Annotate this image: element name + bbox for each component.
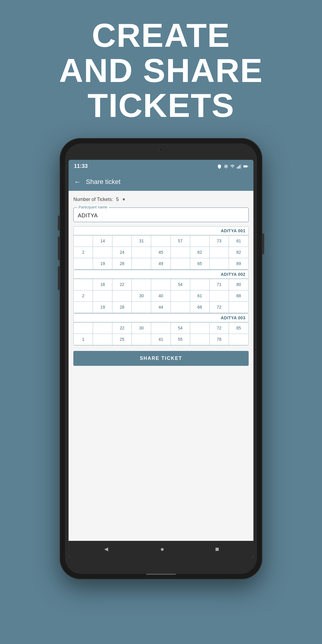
volume-silent-button bbox=[58, 216, 60, 230]
svg-rect-4 bbox=[239, 165, 240, 168]
phone-body: 11:33 ← bbox=[60, 138, 262, 579]
ticket-cell-1-0-6 bbox=[190, 236, 210, 247]
ticket-cell-2-2-1: 19 bbox=[93, 302, 112, 313]
ticket-grid-2: 18225471802304061881928446872 bbox=[74, 279, 248, 313]
volume-up-button bbox=[58, 236, 60, 260]
ticket-cell-3-1-7: 78 bbox=[210, 334, 229, 345]
status-icons bbox=[217, 164, 248, 169]
ticket-header-1: ADITYA 001 bbox=[74, 227, 248, 235]
ticket-cell-1-1-4: 45 bbox=[151, 247, 171, 258]
ticket-cell-1-1-7 bbox=[210, 247, 229, 258]
ticket-cell-1-2-4: 49 bbox=[151, 258, 171, 270]
ticket-cell-2-0-3 bbox=[132, 279, 151, 290]
ticket-count-value: 5 bbox=[116, 197, 119, 202]
ticket-cell-2-1-2 bbox=[112, 290, 132, 302]
dropdown-arrow-icon[interactable]: ▼ bbox=[122, 197, 126, 202]
ticket-cell-3-0-5: 54 bbox=[171, 323, 190, 334]
ticket-cell-2-1-1 bbox=[93, 290, 112, 302]
ticket-cell-2-2-6: 68 bbox=[190, 302, 210, 313]
participant-name-field[interactable]: Participant name ADITYA bbox=[73, 208, 249, 222]
ticket-cell-2-2-2: 28 bbox=[112, 302, 132, 313]
ticket-cell-1-2-1: 19 bbox=[93, 258, 112, 270]
ticket-cell-2-1-5 bbox=[171, 290, 190, 302]
ticket-cell-1-2-2: 28 bbox=[112, 258, 132, 270]
ticket-grid-1: 14315773812244562821928496589 bbox=[74, 235, 248, 270]
ticket-cell-2-1-7 bbox=[210, 290, 229, 302]
phone-mockup: 11:33 ← bbox=[60, 138, 262, 579]
ticket-cell-3-0-8: 85 bbox=[229, 323, 248, 334]
ticket-cell-3-1-2: 25 bbox=[112, 334, 132, 345]
ticket-header-3: ADITYA 003 bbox=[74, 314, 248, 322]
ticket-cell-3-0-6 bbox=[190, 323, 210, 334]
wifi-icon bbox=[230, 164, 235, 169]
ticket-name-3: ADITYA 003 bbox=[221, 315, 245, 320]
svg-rect-3 bbox=[238, 166, 239, 168]
ticket-cell-2-0-1: 18 bbox=[93, 279, 112, 290]
participant-field-label: Participant name bbox=[77, 205, 109, 209]
ticket-cell-2-0-2: 22 bbox=[112, 279, 132, 290]
ticket-card-2: ADITYA 00218225471802304061881928446872 bbox=[73, 270, 249, 313]
ticket-cell-1-1-8: 82 bbox=[229, 247, 248, 258]
ticket-cell-2-0-5: 54 bbox=[171, 279, 190, 290]
ticket-cell-1-2-0 bbox=[74, 258, 93, 270]
nav-back-button[interactable]: ◄ bbox=[103, 545, 109, 553]
ticket-cell-1-0-1: 14 bbox=[93, 236, 112, 247]
ticket-cell-3-0-1 bbox=[93, 323, 112, 334]
ticket-cell-1-2-3 bbox=[132, 258, 151, 270]
battery-icon bbox=[243, 164, 248, 169]
ticket-cell-2-0-8: 80 bbox=[229, 279, 248, 290]
hero-title: CREATE AND SHARE TICKETS bbox=[41, 0, 281, 135]
participant-field-value: ADITYA bbox=[78, 213, 98, 219]
svg-rect-5 bbox=[241, 164, 242, 168]
ticket-cell-1-0-4 bbox=[151, 236, 171, 247]
ticket-count-row: Number of Tickets: 5 ▼ bbox=[73, 196, 249, 203]
ticket-cell-3-1-3 bbox=[132, 334, 151, 345]
ticket-cell-2-2-4: 44 bbox=[151, 302, 171, 313]
back-button[interactable]: ← bbox=[74, 178, 81, 186]
phone-screen: 11:33 ← bbox=[69, 160, 253, 558]
svg-point-1 bbox=[225, 165, 227, 167]
ticket-cell-3-1-5: 55 bbox=[171, 334, 190, 345]
status-time: 11:33 bbox=[74, 163, 88, 169]
nav-recents-button[interactable]: ■ bbox=[215, 545, 219, 553]
ticket-cell-1-0-3: 31 bbox=[132, 236, 151, 247]
ticket-card-3: ADITYA 0032230547285125415578 bbox=[73, 313, 249, 346]
ticket-cell-1-0-8: 81 bbox=[229, 236, 248, 247]
app-bar: ← Share ticket bbox=[69, 173, 253, 191]
svg-rect-8 bbox=[247, 166, 248, 167]
ticket-cell-2-0-0 bbox=[74, 279, 93, 290]
ticket-name-1: ADITYA 001 bbox=[221, 228, 245, 233]
ticket-cell-2-0-4 bbox=[151, 279, 171, 290]
nav-bar: ◄ ● ■ bbox=[69, 541, 253, 558]
ticket-cell-3-0-3: 30 bbox=[132, 323, 151, 334]
ticket-cell-2-2-7: 72 bbox=[210, 302, 229, 313]
power-button bbox=[262, 233, 264, 254]
share-ticket-button[interactable]: SHARE TICKET bbox=[73, 351, 249, 366]
ticket-cell-1-0-2 bbox=[112, 236, 132, 247]
ticket-cell-2-1-3: 30 bbox=[132, 290, 151, 302]
ticket-cell-1-0-0 bbox=[74, 236, 93, 247]
ticket-cell-2-0-6 bbox=[190, 279, 210, 290]
ticket-cell-3-1-6 bbox=[190, 334, 210, 345]
ticket-cell-1-2-8: 89 bbox=[229, 258, 248, 270]
ticket-cell-2-1-4: 40 bbox=[151, 290, 171, 302]
ticket-cell-2-1-6: 61 bbox=[190, 290, 210, 302]
ticket-cell-2-0-7: 71 bbox=[210, 279, 229, 290]
ticket-cell-1-1-2: 24 bbox=[112, 247, 132, 258]
ticket-card-1: ADITYA 00114315773812244562821928496589 bbox=[73, 226, 249, 270]
ticket-cell-3-0-0 bbox=[74, 323, 93, 334]
front-camera bbox=[159, 148, 163, 152]
ticket-cell-2-2-5 bbox=[171, 302, 190, 313]
ticket-cell-1-0-5: 57 bbox=[171, 236, 190, 247]
ticket-name-2: ADITYA 002 bbox=[221, 272, 245, 277]
ticket-cell-1-1-3 bbox=[132, 247, 151, 258]
signal-icon bbox=[237, 164, 242, 169]
ticket-grid-3: 2230547285125415578 bbox=[74, 322, 248, 345]
ticket-cell-1-1-5 bbox=[171, 247, 190, 258]
ticket-cell-2-1-8: 88 bbox=[229, 290, 248, 302]
nav-home-button[interactable]: ● bbox=[160, 545, 164, 553]
ticket-cell-3-1-4: 41 bbox=[151, 334, 171, 345]
ticket-cell-1-0-7: 73 bbox=[210, 236, 229, 247]
ticket-cell-2-1-0: 2 bbox=[74, 290, 93, 302]
content-area: Number of Tickets: 5 ▼ Participant name … bbox=[69, 191, 253, 541]
